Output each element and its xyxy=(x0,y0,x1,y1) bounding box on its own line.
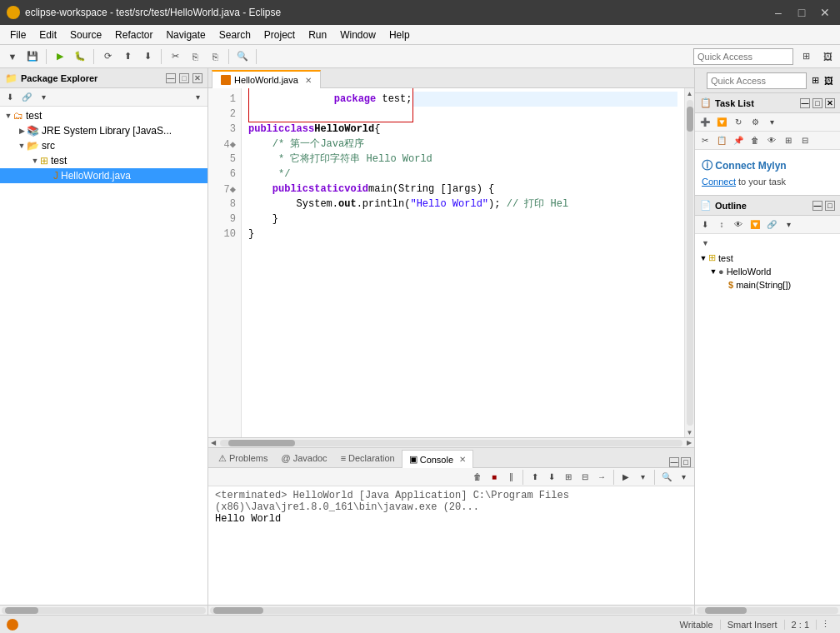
outline-sync-btn[interactable]: 🔗 xyxy=(764,217,779,232)
code-text[interactable]: package test; public class HelloWorld { … xyxy=(242,88,684,437)
close-panel-icon[interactable]: ✕ xyxy=(192,73,202,83)
tree-item-helloworld[interactable]: J HelloWorld.java xyxy=(0,168,208,183)
stop-console-btn[interactable]: ■ xyxy=(487,470,502,485)
outline-hide-btn[interactable]: 👁 xyxy=(731,217,746,232)
menu-refactor[interactable]: Refactor xyxy=(108,27,159,42)
toolbar-btn-7[interactable]: ⎘ xyxy=(186,47,204,66)
task-delete-btn[interactable]: 🗑 xyxy=(748,133,762,148)
console-btn-3[interactable]: ⊞ xyxy=(561,470,576,485)
task-filter-btn[interactable]: 🔽 xyxy=(714,115,729,130)
clear-console-btn[interactable]: 🗑 xyxy=(470,470,485,485)
perspective-button[interactable]: ⊞ xyxy=(797,47,815,66)
max-task-icon[interactable]: □ xyxy=(812,98,822,108)
toolbar-btn-3[interactable]: ⟳ xyxy=(98,47,117,66)
toolbar-btn-5[interactable]: ⬇ xyxy=(138,47,157,66)
tree-item-test-project[interactable]: ▼ 🗂 test xyxy=(0,108,208,123)
min-outline-icon[interactable]: — xyxy=(812,201,822,211)
tab-console[interactable]: ▣ Console ✕ xyxy=(402,450,473,468)
outline-more-btn[interactable]: ▾ xyxy=(781,217,796,232)
view-menu-btn[interactable]: ▾ xyxy=(36,90,51,105)
outline-sort-btn[interactable]: ↕ xyxy=(714,217,729,232)
panel-more-btn[interactable]: ▾ xyxy=(190,90,205,105)
console-btn-6[interactable]: ▶ xyxy=(618,470,633,485)
sv-down-arrow[interactable]: ▼ xyxy=(685,427,695,437)
outline-item-main[interactable]: $ main(String[]) xyxy=(695,278,840,292)
toolbar-btn-9[interactable]: 🔍 xyxy=(233,47,252,66)
menu-project[interactable]: Project xyxy=(258,27,302,42)
tree-item-jre[interactable]: ▶ 📚 JRE System Library [JavaS... xyxy=(0,123,208,138)
ehs-left-arrow[interactable]: ◀ xyxy=(208,438,218,448)
menu-search[interactable]: Search xyxy=(212,27,258,42)
tree-item-test-package[interactable]: ▼ ⊞ test xyxy=(0,153,208,168)
menu-navigate[interactable]: Navigate xyxy=(159,27,212,42)
task-copy-btn[interactable]: 📋 xyxy=(714,133,729,148)
task-paste-btn[interactable]: 📌 xyxy=(731,133,746,148)
quick-access-input[interactable] xyxy=(693,48,793,65)
close-button[interactable]: ✕ xyxy=(817,4,833,21)
package-explorer-hscrollbar[interactable] xyxy=(0,605,208,615)
tab-problems[interactable]: ⚠ Problems xyxy=(212,449,274,467)
perspective-icon[interactable]: ⊞ xyxy=(812,75,819,86)
task-collapse-btn[interactable]: ⊟ xyxy=(798,133,812,148)
tree-item-src[interactable]: ▼ 📂 src xyxy=(0,138,208,153)
task-sync-btn[interactable]: ↻ xyxy=(731,115,746,130)
menu-file[interactable]: File xyxy=(3,27,32,42)
quick-access-search[interactable] xyxy=(707,72,807,89)
new-button[interactable]: ▼ xyxy=(3,47,22,66)
toolbar-btn-8[interactable]: ⎘ xyxy=(206,47,224,66)
toolbar-btn-6[interactable]: ✂ xyxy=(166,47,184,66)
task-cut-btn[interactable]: ✂ xyxy=(698,133,712,148)
menu-help[interactable]: Help xyxy=(382,27,417,42)
outline-item-test[interactable]: ▼ ⊞ test xyxy=(695,251,840,265)
ehs-right-arrow[interactable]: ▶ xyxy=(684,438,694,448)
toolbar-btn-4[interactable]: ⬆ xyxy=(118,47,137,66)
minimize-bottom-icon[interactable]: — xyxy=(669,457,679,467)
minimize-button[interactable]: – xyxy=(770,4,787,21)
maximize-bottom-icon[interactable]: □ xyxy=(681,457,691,467)
maximize-button[interactable]: □ xyxy=(793,4,810,21)
code-editor[interactable]: 1 2 3 4◆ 5 6 7◆ 8 9 10 package test; xyxy=(208,88,694,437)
collapse-all-btn[interactable]: ⬇ xyxy=(2,90,18,105)
outline-collapse-btn[interactable]: ⬇ xyxy=(698,217,712,232)
tab-javadoc[interactable]: @ Javadoc xyxy=(274,449,333,467)
tab-console-close[interactable]: ✕ xyxy=(459,455,466,464)
menu-run[interactable]: Run xyxy=(302,27,333,42)
max-outline-icon[interactable]: □ xyxy=(825,201,835,211)
code-vscrollbar[interactable]: ▲ ▼ xyxy=(684,88,694,437)
console-btn-5[interactable]: → xyxy=(594,470,609,485)
outline-hscrollbar[interactable] xyxy=(695,605,840,615)
sv-up-arrow[interactable]: ▲ xyxy=(685,88,695,98)
link-editor-btn[interactable]: 🔗 xyxy=(19,90,34,105)
task-settings-btn[interactable]: ⚙ xyxy=(748,115,762,130)
outline-item-helloworld[interactable]: ▼ ● HelloWorld xyxy=(695,265,840,278)
minimize-panel-icon[interactable]: — xyxy=(166,73,176,83)
console-btn-2[interactable]: ⬇ xyxy=(544,470,559,485)
min-task-icon[interactable]: — xyxy=(800,98,810,108)
task-add-btn[interactable]: ➕ xyxy=(698,115,712,130)
outline-filter-btn[interactable]: 🔽 xyxy=(748,217,762,232)
bottom-hscrollbar[interactable] xyxy=(208,605,694,615)
close-task-icon[interactable]: ✕ xyxy=(825,98,835,108)
task-more-btn[interactable]: ▾ xyxy=(764,115,779,130)
view-button[interactable]: 🖼 xyxy=(818,47,837,66)
task-view-btn[interactable]: 👁 xyxy=(764,133,779,148)
tab-declaration[interactable]: ≡ Declaration xyxy=(334,449,402,467)
console-btn-9[interactable]: ▾ xyxy=(676,470,691,485)
tab-close-icon[interactable]: ✕ xyxy=(305,76,312,85)
console-btn-7[interactable]: ▾ xyxy=(635,470,650,485)
console-output-area[interactable]: <terminated> HelloWorld [Java Applicatio… xyxy=(208,486,694,605)
workbench-icon[interactable]: 🖼 xyxy=(824,76,833,86)
connect-link[interactable]: Connect xyxy=(702,177,736,187)
console-btn-1[interactable]: ⬆ xyxy=(528,470,542,485)
menu-edit[interactable]: Edit xyxy=(32,27,63,42)
maximize-panel-icon[interactable]: □ xyxy=(179,73,189,83)
menu-source[interactable]: Source xyxy=(63,27,108,42)
run-button[interactable]: ▶ xyxy=(51,47,69,66)
editor-hscrollbar[interactable]: ◀ ▶ xyxy=(208,437,694,447)
pause-console-btn[interactable]: ‖ xyxy=(503,470,518,485)
console-btn-8[interactable]: 🔍 xyxy=(659,470,674,485)
console-btn-4[interactable]: ⊟ xyxy=(578,470,592,485)
editor-tab-helloworld[interactable]: HelloWorld.java ✕ xyxy=(212,70,321,88)
debug-button[interactable]: 🐛 xyxy=(71,47,89,66)
task-expand-btn[interactable]: ⊞ xyxy=(781,133,796,148)
